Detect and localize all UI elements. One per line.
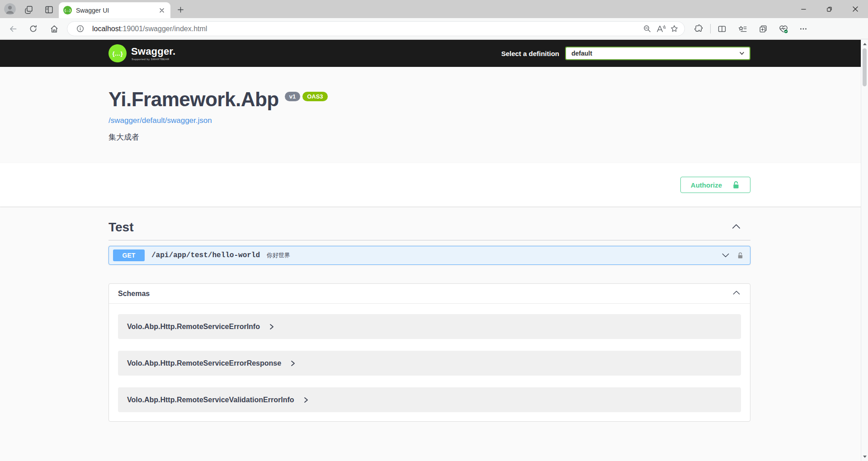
schemas-list: Volo.Abp.Http.RemoteServiceErrorInfo Vol… xyxy=(109,304,750,421)
close-icon xyxy=(159,8,165,13)
vertical-tabs-button[interactable] xyxy=(43,4,55,15)
refresh-icon xyxy=(29,24,38,33)
split-screen-button[interactable] xyxy=(714,21,730,36)
scheme-container: Authorize xyxy=(0,163,868,207)
swagger-logo[interactable]: {…} Swagger. Supported by SMARTBEAR xyxy=(108,44,175,62)
toolbar-separator xyxy=(710,24,711,33)
workspaces-button[interactable] xyxy=(23,4,34,15)
workspaces-icon xyxy=(24,5,33,14)
page-scrollbar[interactable] xyxy=(861,40,868,461)
site-info-button[interactable] xyxy=(73,23,87,35)
chevron-right-icon xyxy=(290,360,296,367)
swagger-logo-icon: {…} xyxy=(108,44,127,62)
split-screen-icon xyxy=(717,24,726,33)
model-name: Volo.Abp.Http.RemoteServiceValidationErr… xyxy=(127,396,294,404)
url-path: :19001/swagger/index.html xyxy=(121,25,207,33)
read-aloud-button[interactable] xyxy=(654,23,667,35)
definition-selector-group: Select a definition default xyxy=(501,47,750,60)
new-tab-button[interactable] xyxy=(175,5,185,14)
vertical-tabs-icon xyxy=(44,5,54,14)
profile-avatar[interactable] xyxy=(4,3,16,15)
back-button[interactable] xyxy=(5,21,20,36)
swagger-topbar: {…} Swagger. Supported by SMARTBEAR Sele… xyxy=(0,40,868,67)
definition-select[interactable]: default xyxy=(565,47,750,60)
schemas-title: Schemas xyxy=(118,290,150,298)
model-row[interactable]: Volo.Abp.Http.RemoteServiceErrorInfo xyxy=(118,314,741,339)
chevron-down-icon xyxy=(721,251,730,259)
swagger-favicon-icon: {…} xyxy=(63,6,72,14)
operation-path: /api/app/test/hello-world xyxy=(151,251,260,259)
tab-close-button[interactable] xyxy=(158,6,166,14)
tag-header-test[interactable]: Test xyxy=(108,217,750,240)
favorites-button[interactable] xyxy=(735,21,750,36)
browser-essentials-icon xyxy=(778,24,788,33)
minimize-button[interactable] xyxy=(791,0,816,18)
url-text: localhost:19001/swagger/index.html xyxy=(92,25,207,33)
read-aloud-icon xyxy=(656,24,665,33)
browser-essentials-button[interactable] xyxy=(776,21,791,36)
extensions-puzzle-icon xyxy=(694,24,703,33)
restore-button[interactable] xyxy=(816,0,842,18)
plus-icon xyxy=(177,6,184,13)
info-icon xyxy=(76,25,84,33)
close-icon xyxy=(852,6,859,12)
address-bar[interactable]: localhost:19001/swagger/index.html xyxy=(67,21,685,36)
zoom-out-icon xyxy=(643,24,651,33)
model-row[interactable]: Volo.Abp.Http.RemoteServiceValidationErr… xyxy=(118,387,741,412)
swagger-wordmark: Swagger. Supported by SMARTBEAR xyxy=(131,47,175,61)
operation-summary: 你好世界 xyxy=(267,251,290,259)
page-viewport: {…} Swagger. Supported by SMARTBEAR Sele… xyxy=(0,40,868,461)
scroll-down-arrow[interactable] xyxy=(861,453,868,460)
version-badge: v1 xyxy=(285,92,300,101)
authorize-button[interactable]: Authorize xyxy=(680,177,750,193)
chevron-up-icon xyxy=(731,222,741,233)
schemas-header[interactable]: Schemas xyxy=(109,284,750,304)
definition-select-label: Select a definition xyxy=(501,50,559,57)
schemas-section: Schemas Volo.Abp.Http.RemoteServiceError… xyxy=(108,283,750,422)
home-button[interactable] xyxy=(47,21,61,36)
api-title: Yi.Framework.Abp xyxy=(108,89,279,109)
favorites-star-list-icon xyxy=(738,24,747,33)
person-icon xyxy=(4,3,16,15)
extensions-button[interactable] xyxy=(691,21,706,36)
star-icon xyxy=(670,24,679,33)
back-arrow-icon xyxy=(9,24,18,33)
definition-selected-value: default xyxy=(571,50,592,57)
auth-lock-icon[interactable] xyxy=(737,252,744,259)
browser-toolbar: localhost:19001/swagger/index.html xyxy=(0,18,868,39)
spec-link[interactable]: /swagger/default/swagger.json xyxy=(108,116,212,125)
unlock-icon xyxy=(732,181,740,189)
collections-icon xyxy=(759,24,768,33)
tag-title: Test xyxy=(108,220,134,235)
http-method-badge: GET xyxy=(113,249,145,261)
model-row[interactable]: Volo.Abp.Http.RemoteServiceErrorResponse xyxy=(118,351,741,376)
more-dots-icon xyxy=(799,25,807,33)
more-menu-button[interactable] xyxy=(796,21,811,36)
chevron-down-icon xyxy=(739,50,745,56)
zoom-out-button[interactable] xyxy=(640,23,654,35)
model-name: Volo.Abp.Http.RemoteServiceErrorInfo xyxy=(127,323,260,331)
scroll-up-arrow[interactable] xyxy=(861,41,868,47)
scrollbar-thumb[interactable] xyxy=(863,48,867,86)
chevron-right-icon xyxy=(303,397,309,403)
chevron-right-icon xyxy=(269,324,274,330)
api-description: 集大成者 xyxy=(108,132,750,142)
oas3-badge: OAS3 xyxy=(302,92,327,101)
url-host: localhost xyxy=(92,25,121,33)
chevron-up-icon xyxy=(732,289,741,298)
operation-controls xyxy=(721,251,744,259)
close-window-button[interactable] xyxy=(842,0,868,18)
tab-title: Swagger UI xyxy=(76,7,109,14)
swagger-logo-subtext: Supported by SMARTBEAR xyxy=(131,58,175,61)
opblock-get-hello-world[interactable]: GET /api/app/test/hello-world 你好世界 xyxy=(108,246,750,265)
favorite-button[interactable] xyxy=(667,23,681,35)
browser-tab[interactable]: {…} Swagger UI xyxy=(59,2,170,18)
minimize-icon xyxy=(801,6,807,12)
swagger-logo-text: Swagger. xyxy=(131,47,175,56)
collections-button[interactable] xyxy=(755,21,771,36)
home-icon xyxy=(50,24,59,33)
refresh-button[interactable] xyxy=(26,21,41,36)
api-info-section: Yi.Framework.Abp v1 OAS3 /swagger/defaul… xyxy=(0,67,868,163)
model-name: Volo.Abp.Http.RemoteServiceErrorResponse xyxy=(127,359,281,367)
window-controls xyxy=(791,0,868,18)
